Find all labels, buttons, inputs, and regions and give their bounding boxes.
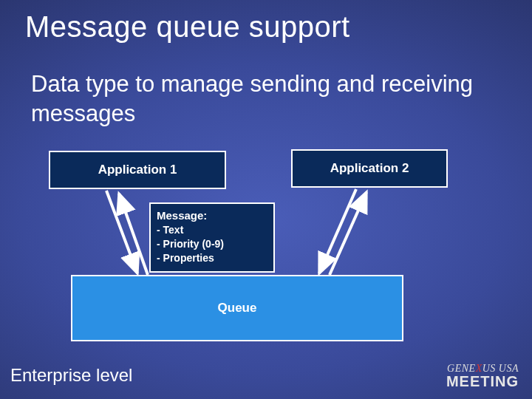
slide-subtitle: Data type to manage sending and receivin… (31, 69, 502, 128)
message-header: Message: (157, 208, 267, 223)
queue-box: Queue (71, 275, 403, 341)
message-line-text: - Text (157, 223, 267, 237)
brand-top-x: X (476, 363, 482, 374)
application-2-box: Application 2 (291, 149, 448, 188)
queue-label: Queue (218, 301, 257, 316)
brand-logo: GENEXUS USA MEETING (446, 364, 519, 389)
brand-top-post: US USA (482, 363, 519, 374)
brand-logo-bottom: MEETING (446, 374, 519, 389)
brand-top-pre: GENE (447, 363, 476, 374)
slide: Message queue support Data type to manag… (0, 0, 532, 399)
svg-line-1 (106, 191, 137, 273)
message-box: Message: - Text - Priority (0-9) - Prope… (149, 202, 275, 273)
application-1-box: Application 1 (49, 151, 226, 189)
application-2-label: Application 2 (330, 161, 409, 176)
application-1-label: Application 1 (98, 163, 177, 177)
brand-logo-top: GENEXUS USA (446, 364, 519, 374)
message-line-properties: - Properties (157, 251, 267, 265)
slide-title: Message queue support (25, 10, 350, 44)
svg-line-2 (119, 194, 148, 275)
svg-line-3 (319, 189, 356, 273)
message-line-priority: - Priority (0-9) (157, 237, 267, 251)
footer-text: Enterprise level (10, 365, 132, 386)
svg-line-4 (330, 192, 366, 275)
